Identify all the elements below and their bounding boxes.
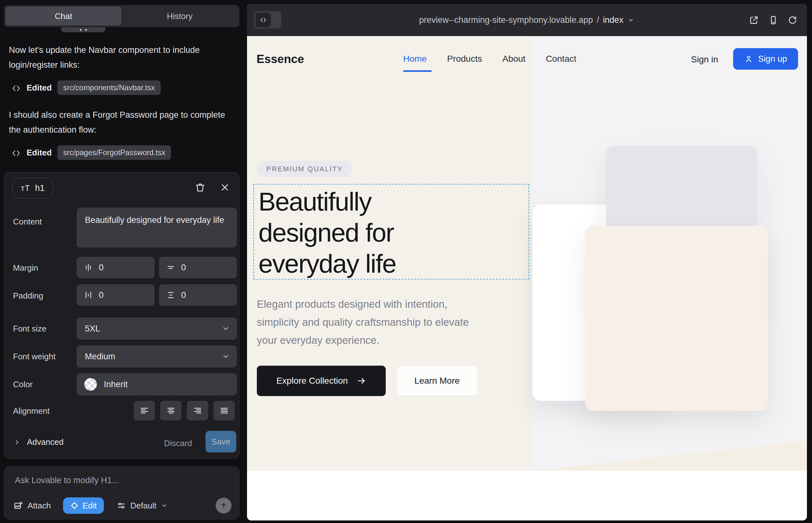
padding-vertical-icon — [166, 290, 175, 300]
mobile-view-icon[interactable] — [768, 15, 778, 25]
font-size-label: Font size — [13, 324, 47, 334]
chat-composer: Attach Edit Default — [4, 466, 240, 520]
site-nav: Home Products About Contact — [403, 54, 576, 64]
site-logo[interactable]: Essence — [257, 53, 304, 66]
margin-label: Margin — [13, 263, 38, 273]
margin-vertical-icon — [166, 263, 175, 272]
color-label: Color — [13, 380, 33, 390]
edited-file-chip[interactable]: src/components/Navbar.tsx — [57, 80, 160, 95]
open-in-new-tab-icon[interactable] — [749, 15, 759, 25]
panel-actions — [195, 182, 230, 193]
assistant-message: I should also create a Forgot Password p… — [9, 108, 233, 138]
content-label: Content — [13, 217, 42, 227]
chevron-down-icon — [161, 502, 168, 509]
color-select[interactable]: Inherit — [77, 373, 237, 395]
nav-link-contact[interactable]: Contact — [546, 54, 576, 64]
refresh-icon[interactable] — [788, 15, 797, 25]
chat-input[interactable] — [15, 475, 224, 485]
scrolled-chip-partial — [61, 27, 105, 32]
chevron-down-icon — [222, 325, 230, 333]
hero-badge: PREMIUM QUALITY — [257, 161, 352, 177]
code-icon — [12, 84, 21, 92]
section-below-hero — [247, 471, 807, 521]
preview-url: preview--charming-site-symphony.lovable.… — [419, 15, 593, 25]
edited-file-row: Edited src/components/Navbar.tsx — [12, 80, 161, 95]
attach-button[interactable]: Attach — [14, 501, 51, 511]
delete-element-button[interactable] — [195, 182, 206, 193]
text-type-icon: тT — [21, 184, 30, 193]
tab-history[interactable]: History — [122, 7, 238, 26]
url-separator: / — [597, 15, 599, 25]
edited-file-row: Edited src/pages/ForgotPassword.tsx — [12, 145, 171, 160]
hero-description: Elegant products designed with intention… — [257, 295, 491, 349]
edited-label: Edited — [27, 83, 52, 93]
content-textarea[interactable]: Beautifully designed for everyday life — [77, 208, 237, 248]
alignment-label: Alignment — [13, 406, 50, 416]
chevron-right-icon — [14, 439, 21, 446]
chevron-down-icon — [627, 16, 635, 24]
edited-label: Edited — [27, 148, 52, 158]
align-right-button[interactable] — [187, 401, 208, 420]
element-editor-panel: тT h1 Content Beautifully designed for e… — [4, 172, 240, 459]
tab-chat[interactable]: Chat — [5, 7, 122, 26]
preview-toolbar-actions — [749, 4, 797, 36]
align-left-button[interactable] — [134, 401, 155, 420]
sign-up-button[interactable]: Sign up — [733, 48, 798, 70]
padding-vertical-input[interactable]: 0 — [159, 284, 237, 306]
sign-in-link[interactable]: Sign in — [691, 54, 718, 65]
hero-heading[interactable]: Beautifully designed for everyday life — [259, 186, 396, 279]
explore-collection-button[interactable]: Explore Collection — [257, 366, 386, 396]
model-default-button[interactable]: Default — [117, 501, 168, 511]
preview-page-name: index — [603, 15, 623, 25]
margin-vertical-input[interactable]: 0 — [159, 257, 237, 278]
preview-toolbar: preview--charming-site-symphony.lovable.… — [247, 4, 807, 36]
arrow-right-icon — [357, 376, 366, 385]
font-size-select[interactable]: 5XL — [77, 318, 237, 340]
preview-window: preview--charming-site-symphony.lovable.… — [247, 4, 807, 521]
padding-horizontal-icon — [84, 290, 93, 300]
assistant-message: Now let's update the Navbar component to… — [9, 43, 233, 72]
preview-url-dropdown[interactable]: preview--charming-site-symphony.lovable.… — [247, 4, 807, 36]
site-canvas: Essence Home Products About Contact Sign… — [247, 36, 807, 521]
send-button[interactable] — [216, 498, 231, 513]
edited-file-chip[interactable]: src/pages/ForgotPassword.tsx — [57, 145, 171, 160]
chevron-down-icon — [222, 353, 230, 361]
font-weight-label: Font weight — [13, 352, 55, 362]
align-justify-button[interactable] — [213, 401, 235, 420]
decorative-card-cream — [585, 226, 768, 411]
nav-link-about[interactable]: About — [502, 54, 525, 64]
margin-horizontal-input[interactable]: 0 — [77, 257, 155, 278]
element-tag: h1 — [35, 183, 45, 193]
element-tag-badge: тT h1 — [12, 178, 53, 198]
learn-more-button[interactable]: Learn More — [396, 366, 478, 396]
alignment-buttons — [134, 401, 235, 420]
color-swatch-transparent — [84, 378, 97, 391]
nav-link-home[interactable]: Home — [403, 54, 427, 64]
save-button[interactable]: Save — [206, 431, 236, 452]
align-center-button[interactable] — [160, 401, 181, 420]
margin-horizontal-icon — [84, 263, 93, 272]
close-panel-button[interactable] — [219, 182, 230, 193]
padding-label: Padding — [13, 291, 43, 301]
discard-button[interactable]: Discard — [164, 438, 192, 448]
padding-horizontal-input[interactable]: 0 — [77, 284, 155, 306]
active-nav-underline — [403, 70, 432, 72]
chat-history-tabs: Chat History — [4, 5, 240, 27]
lovable-workspace: Chat History Now let's update the Navbar… — [0, 0, 812, 523]
font-weight-select[interactable]: Medium — [77, 345, 237, 367]
user-icon — [744, 54, 753, 63]
code-icon — [12, 148, 21, 157]
advanced-toggle[interactable]: Advanced — [14, 437, 64, 447]
sliders-icon — [117, 501, 126, 510]
nav-link-products[interactable]: Products — [447, 54, 482, 64]
composer-toolbar: Attach Edit Default — [14, 497, 231, 514]
edit-mode-button[interactable]: Edit — [63, 497, 104, 514]
